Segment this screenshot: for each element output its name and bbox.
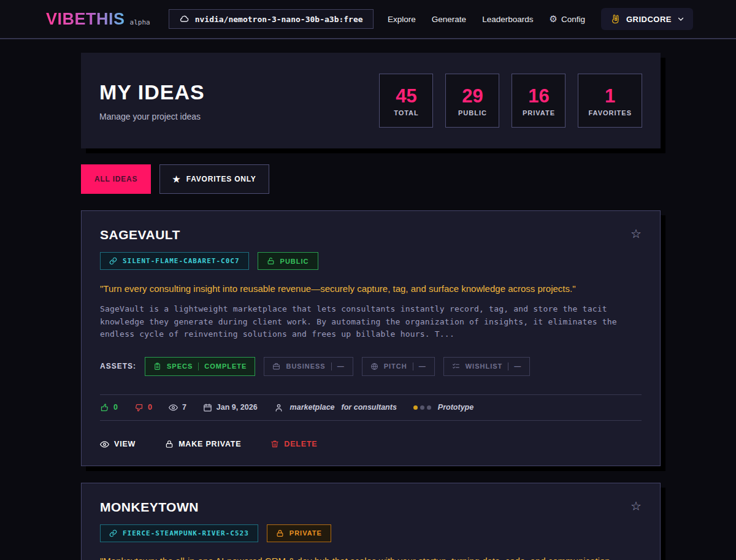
lock-icon: [165, 440, 174, 448]
nav-item-explore[interactable]: Explore: [388, 15, 416, 24]
asset-status: COMPLETE: [204, 362, 247, 370]
cloud-icon: [179, 14, 189, 24]
idea-title: MONKEYTOWN: [100, 500, 199, 515]
category-audience: marketplace for consultants: [274, 403, 397, 412]
idea-meta-row: 0 0 7 Jan 9, 2026 marketplace for consul…: [100, 395, 642, 420]
slug-badge[interactable]: FIERCE-STEAMPUNK-RIVER-C523: [100, 524, 258, 542]
slug-text: SILENT-FLAME-CABARET-C0C7: [123, 257, 240, 265]
config-label: Config: [561, 15, 585, 24]
asset-label: WISHLIST: [466, 362, 503, 370]
stat-public: 29 PUBLIC: [445, 74, 499, 128]
created-date: Jan 9, 2026: [203, 403, 258, 412]
stat-total-value: 45: [396, 85, 416, 107]
page-title: MY IDEAS: [99, 80, 205, 104]
user-menu-button[interactable]: GRIDCORE: [601, 8, 693, 30]
favorite-star-icon[interactable]: ☆: [631, 500, 642, 512]
stage-indicator: Prototype: [413, 403, 473, 412]
thumbs-down-icon: [134, 403, 144, 412]
rock-hand-icon: [610, 13, 621, 25]
divider: [100, 420, 642, 421]
chip-separator: [331, 362, 332, 370]
app-logo[interactable]: VIBETHIS alpha: [46, 10, 150, 29]
idea-title: SAGEVAULT: [100, 228, 180, 242]
clipboard-icon: [153, 362, 161, 370]
visibility-text: PRIVATE: [289, 529, 322, 537]
stat-favorites: 1 FAVORITES: [578, 74, 642, 128]
chip-separator: [413, 362, 413, 370]
nav-item-config[interactable]: ⚙ Config: [549, 13, 585, 25]
person-icon: [274, 403, 283, 412]
stage-dot-empty: [427, 405, 431, 410]
briefcase-icon: [272, 362, 280, 370]
stat-favorites-label: FAVORITES: [588, 109, 632, 117]
view-button[interactable]: VIEW: [100, 440, 136, 449]
category-text: marketplace: [290, 403, 335, 412]
filter-bar: ALL IDEAS ★ FAVORITES ONLY: [81, 164, 661, 194]
badge-row: SILENT-FLAME-CABARET-C0C7 PUBLIC: [100, 252, 642, 270]
favorites-only-label: FAVORITES ONLY: [186, 175, 256, 183]
app-version-tag: alpha: [130, 18, 150, 26]
eye-icon: [169, 403, 178, 412]
chevron-down-icon: [677, 15, 684, 23]
filter-favorites-only-button[interactable]: ★ FAVORITES ONLY: [159, 164, 269, 194]
slug-text: FIERCE-STEAMPUNK-RIVER-C523: [123, 529, 249, 537]
audience-text: for consultants: [342, 403, 397, 412]
page-header-panel: MY IDEAS Manage your project ideas 45 TO…: [81, 53, 661, 148]
model-selector-value: nvidia/nemotron-3-nano-30b-a3b:free: [195, 15, 363, 24]
slug-badge[interactable]: SILENT-FLAME-CABARET-C0C7: [100, 252, 249, 270]
favorite-star-icon[interactable]: ☆: [631, 228, 642, 240]
idea-card-monkeytown: MONKEYTOWN ☆ FIERCE-STEAMPUNK-RIVER-C523…: [81, 483, 661, 560]
link-icon: [109, 529, 117, 537]
nav-item-leaderboards[interactable]: Leaderboards: [482, 15, 533, 24]
likes-count[interactable]: 0: [100, 403, 118, 412]
chip-separator: [198, 362, 199, 370]
stat-total: 45 TOTAL: [379, 74, 433, 128]
page-header-text: MY IDEAS Manage your project ideas: [99, 80, 205, 121]
stage-label: Prototype: [438, 403, 473, 412]
asset-chip-specs[interactable]: SPECS COMPLETE: [145, 357, 255, 376]
model-selector[interactable]: nvidia/nemotron-3-nano-30b-a3b:free: [169, 9, 374, 29]
lock-icon: [276, 529, 284, 537]
views-count: 7: [169, 403, 186, 412]
asset-chip-wishlist[interactable]: WISHLIST —: [443, 357, 531, 376]
assets-label: ASSETS:: [100, 362, 136, 370]
star-icon: ★: [172, 174, 180, 184]
checklist-icon: [452, 362, 460, 370]
eye-icon: [100, 440, 109, 449]
idea-tagline: "Turn every consulting insight into reus…: [100, 283, 642, 294]
delete-button[interactable]: DELETE: [270, 440, 317, 448]
visibility-badge-public: PUBLIC: [258, 252, 318, 270]
trash-icon: [270, 440, 279, 448]
chip-separator: [508, 362, 508, 370]
stat-favorites-value: 1: [605, 85, 615, 107]
idea-card-sagevault: SAGEVAULT ☆ SILENT-FLAME-CABARET-C0C7 PU…: [81, 210, 661, 466]
asset-status: —: [514, 362, 521, 370]
stat-private-value: 16: [528, 85, 549, 107]
nav-item-generate[interactable]: Generate: [432, 15, 466, 24]
stage-dot-filled: [413, 405, 418, 410]
make-private-button[interactable]: MAKE PRIVATE: [165, 440, 241, 448]
card-actions-row: VIEW MAKE PRIVATE DELETE: [100, 440, 642, 449]
asset-chip-pitch[interactable]: PITCH —: [362, 357, 435, 376]
asset-status: —: [337, 362, 345, 370]
gear-icon: ⚙: [549, 13, 557, 25]
app-logo-text: VIBETHIS: [46, 10, 125, 29]
stats-row: 45 TOTAL 29 PUBLIC 16 PRIVATE 1 FAVORITE…: [379, 74, 642, 128]
user-menu-label: GRIDCORE: [626, 15, 672, 24]
thumbs-up-icon: [100, 403, 109, 412]
visibility-text: PUBLIC: [280, 258, 309, 265]
stage-dot-empty: [420, 405, 424, 410]
asset-label: BUSINESS: [286, 362, 325, 370]
asset-label: PITCH: [384, 362, 407, 370]
assets-row: ASSETS: SPECS COMPLETE BUSINESS —: [100, 357, 642, 376]
stat-total-label: TOTAL: [394, 109, 419, 117]
filter-all-ideas-button[interactable]: ALL IDEAS: [81, 164, 151, 194]
globe-icon: [370, 362, 378, 370]
dislikes-count[interactable]: 0: [134, 403, 152, 412]
visibility-badge-private: PRIVATE: [267, 524, 331, 542]
top-navigation-bar: VIBETHIS alpha nvidia/nemotron-3-nano-30…: [0, 0, 736, 39]
main-content: MY IDEAS Manage your project ideas 45 TO…: [81, 53, 661, 560]
asset-chip-business[interactable]: BUSINESS —: [264, 357, 353, 376]
idea-tagline: "Monkeytown: the all-in-one AI-powered C…: [100, 556, 642, 560]
unlock-icon: [267, 257, 275, 265]
